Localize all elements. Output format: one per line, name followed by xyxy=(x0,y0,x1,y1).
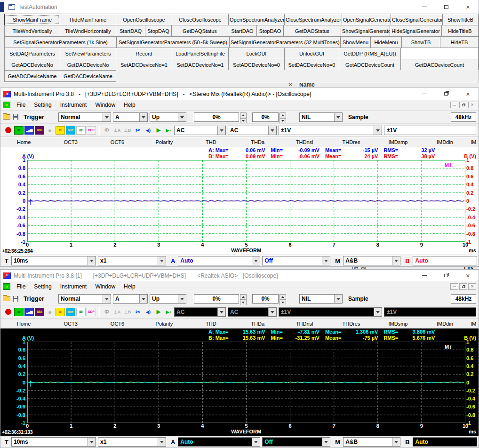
titlebar[interactable]: ≈ Multi-Instrument Pro 3.8 - [+3DP+DLG+L… xyxy=(0,88,479,100)
mdi-restore-button[interactable] xyxy=(459,102,467,108)
spin-down-icon[interactable] xyxy=(279,300,286,305)
ddp-viewer-icon[interactable]: DDP xyxy=(87,308,96,316)
oscilloscope-child-icon[interactable]: ≈ xyxy=(3,283,10,290)
spin-up-icon[interactable] xyxy=(240,112,247,118)
ta-button-openoscilloscope[interactable]: OpenOscilloscope xyxy=(116,14,172,25)
waveform-plot[interactable]: Mi xyxy=(27,160,465,242)
tab-imddin[interactable]: IMDdin xyxy=(422,321,468,327)
ta-button-getdacdeviceno[interactable]: GetDACDeviceNo xyxy=(60,59,116,71)
channel-a-persistence-select[interactable]: Off xyxy=(262,256,330,265)
channel-a-coupling-select[interactable]: AC xyxy=(174,126,226,135)
tab-imddin[interactable]: IMDdin xyxy=(422,139,468,145)
tab-thd[interactable]: THD xyxy=(188,321,234,327)
tab-oct3[interactable]: OCT3 xyxy=(47,139,94,145)
save-panel-setting-button[interactable] xyxy=(13,296,18,302)
tab-thda[interactable]: THDa xyxy=(234,139,281,145)
run-hold-icon[interactable]: ▶∘ xyxy=(164,308,174,316)
multimeter-icon[interactable]: 888 xyxy=(35,126,44,135)
tab-oct6[interactable]: OCT6 xyxy=(94,321,141,327)
menu-setting[interactable]: Setting xyxy=(30,102,56,108)
ta-button-startdao[interactable]: StartDAO xyxy=(228,25,257,37)
record-icon[interactable] xyxy=(5,309,11,315)
titlebar[interactable]: TestAutomation × xyxy=(4,0,479,14)
spin-up-icon[interactable] xyxy=(240,294,247,300)
menu-window[interactable]: Window xyxy=(91,102,120,108)
math-mode-select[interactable]: A&B xyxy=(343,437,400,447)
open-panel-setting-button[interactable] xyxy=(3,114,10,120)
run-icon[interactable]: ▶ xyxy=(154,126,163,135)
menu-help[interactable]: Help xyxy=(120,283,140,290)
tab-imdsmp[interactable]: IMDsmp xyxy=(375,321,421,327)
ta-button-stopdaq[interactable]: StopDAQ xyxy=(145,25,172,37)
tab-thdnsl[interactable]: THDnsl xyxy=(281,139,327,145)
tab-thd[interactable]: THD xyxy=(188,139,234,145)
tab-polarity[interactable]: Polarity xyxy=(141,321,187,327)
tab-polarity[interactable]: Polarity xyxy=(141,139,187,145)
ta-button-showmainframe[interactable]: ShowMainFrame xyxy=(4,14,60,25)
record-icon[interactable] xyxy=(5,127,11,133)
ta-button-closeoscilloscope[interactable]: CloseOscilloscope xyxy=(172,14,229,25)
device-test-plan-icon[interactable]: DUT xyxy=(66,126,75,135)
ta-button-hidetitleb[interactable]: HideTitleB xyxy=(441,25,479,37)
menu-setting[interactable]: Setting xyxy=(30,283,56,290)
ta-button-openspectrumanalyzer[interactable]: OpenSpectrumAnalyzer xyxy=(228,14,285,25)
math-mode-select[interactable]: A&B xyxy=(343,256,400,265)
calibration-icon[interactable]: ✂ xyxy=(133,308,143,316)
spectrum-analyzer-icon[interactable]: ▂▄▆ xyxy=(24,308,34,316)
menu-instrument[interactable]: Instrument xyxy=(56,283,91,290)
derived-data-curves-icon[interactable]: ≋ xyxy=(76,126,86,135)
mdi-close-button[interactable]: × xyxy=(468,102,476,108)
ta-button-startdaq[interactable]: StartDAQ xyxy=(116,25,145,37)
ta-button-showtitleb[interactable]: ShowTitleB xyxy=(442,14,479,25)
ta-button-setsignalgeneratorparameters-1k-sine[interactable]: SetSignalGeneratorParameters (1k Sine) xyxy=(4,36,117,48)
ta-button-hidemainframe[interactable]: HideMainFrame xyxy=(60,14,116,25)
menu-window[interactable]: Window xyxy=(91,283,120,290)
ta-button-getadcdeviceno[interactable]: GetADCDeviceNo xyxy=(4,59,60,71)
timebase-select[interactable]: 10ms xyxy=(11,437,96,447)
titlebar[interactable]: ≈ Multi-Instrument Pro 3.8 [1] - [+3DP+D… xyxy=(0,270,479,281)
mdi-restore-button[interactable] xyxy=(459,283,467,290)
ddp-viewer-icon[interactable]: DDP xyxy=(87,126,96,135)
trigger-level-spinner[interactable]: 0% xyxy=(194,112,247,122)
ta-button-showsignalgenerator[interactable]: ShowSignalGenerator xyxy=(341,25,390,37)
multimeter-icon[interactable]: 888 xyxy=(35,308,44,316)
ta-button-unlockgui[interactable]: UnlockGUI xyxy=(284,48,339,59)
oscilloscope-child-icon[interactable]: ≈ xyxy=(3,102,10,108)
ta-button-setsignalgeneratorparameters-32-multitones[interactable]: SetSignalGeneratorParameters (32 MultiTo… xyxy=(229,36,341,48)
probe-a-icon[interactable]: ⊥A xyxy=(112,308,122,316)
trigger-ext-select[interactable]: NIL xyxy=(299,294,343,304)
menu-help[interactable]: Help xyxy=(120,102,140,108)
signal-generator-icon[interactable]: ≈ xyxy=(56,308,65,316)
calibration-icon[interactable]: ✂ xyxy=(133,126,143,135)
spin-down-icon[interactable] xyxy=(279,118,286,124)
tab-home[interactable]: Home xyxy=(0,321,47,327)
tab-thdnsl[interactable]: THDnsl xyxy=(281,321,327,327)
channel-b-coupling-select[interactable]: AC xyxy=(228,126,277,135)
restore-button[interactable] xyxy=(435,270,457,281)
menu-file[interactable]: File xyxy=(12,283,30,290)
menu-instrument[interactable]: Instrument xyxy=(56,102,91,108)
ta-button-setviewparameters[interactable]: SetViewParameters xyxy=(60,48,116,59)
spin-down-icon[interactable] xyxy=(240,300,247,305)
input-device-icon[interactable]: Φ xyxy=(102,126,112,135)
ta-button-setdacdeviceno-1[interactable]: SetDACDeviceNo=1 xyxy=(172,59,229,71)
probe-b-icon[interactable]: ⊥B xyxy=(123,126,132,135)
probe-b-icon[interactable]: ⊥B xyxy=(123,308,132,316)
ta-button-setadcdeviceno-0[interactable]: SetADCDeviceNo=0 xyxy=(228,59,285,71)
trigger-mode-select[interactable]: Normal xyxy=(58,112,111,122)
trigger-source-select[interactable]: A xyxy=(113,112,148,122)
spectrum-3d-plot-icon[interactable]: ● xyxy=(45,126,55,135)
ta-button-getdaostatus[interactable]: GetDAOStatus xyxy=(283,25,341,37)
trigger-level-spinner[interactable]: 0% xyxy=(194,294,247,304)
ta-button-closespectrumanalyzer[interactable]: CloseSpectrumAnalyzer xyxy=(284,14,342,25)
spin-up-icon[interactable] xyxy=(279,112,286,118)
probe-a-icon[interactable]: ⊥A xyxy=(112,126,122,135)
close-button[interactable]: × xyxy=(457,270,479,281)
menu-file[interactable]: File xyxy=(12,102,30,108)
spin-up-icon[interactable] xyxy=(279,294,286,300)
device-test-plan-icon[interactable]: DUT xyxy=(66,308,75,316)
ta-button-stopdao[interactable]: StopDAO xyxy=(256,25,284,37)
trigger-ext-select[interactable]: NIL xyxy=(299,112,343,122)
ta-button-setdacdeviceno-0[interactable]: SetDACDeviceNo=0 xyxy=(284,59,339,71)
timebase-select[interactable]: 10ms xyxy=(11,256,96,265)
